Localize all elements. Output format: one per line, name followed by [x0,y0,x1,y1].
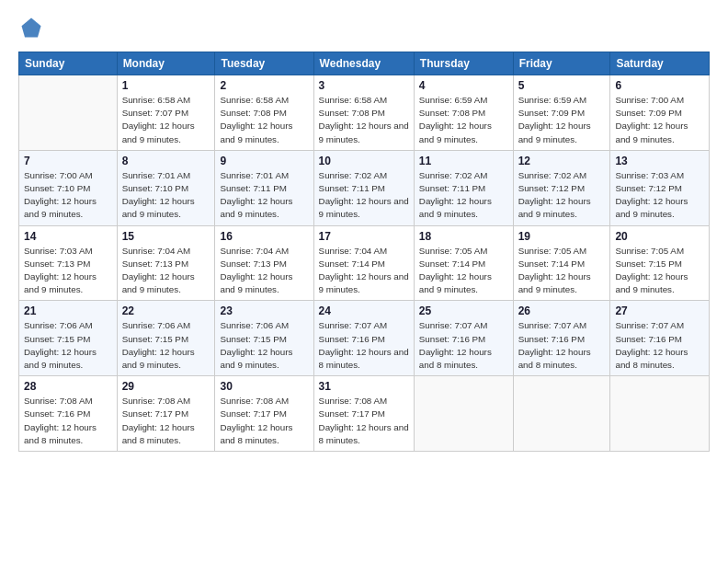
day-detail: Sunrise: 7:08 AMSunset: 7:17 PMDaylight:… [220,395,308,447]
logo-icon [18,15,44,40]
calendar-week-row: 21Sunrise: 7:06 AMSunset: 7:15 PMDayligh… [19,301,710,376]
calendar-week-row: 7Sunrise: 7:00 AMSunset: 7:10 PMDaylight… [19,150,710,225]
day-detail: Sunrise: 7:02 AMSunset: 7:11 PMDaylight:… [419,169,508,222]
calendar-cell: 3Sunrise: 6:58 AMSunset: 7:08 PMDaylight… [313,75,414,151]
day-detail: Sunrise: 6:59 AMSunset: 7:08 PMDaylight:… [419,94,508,146]
day-detail: Sunrise: 7:01 AMSunset: 7:10 PMDaylight:… [122,169,210,222]
day-number: 29 [122,380,210,393]
calendar-cell: 8Sunrise: 7:01 AMSunset: 7:10 PMDaylight… [117,150,215,225]
calendar-cell: 31Sunrise: 7:08 AMSunset: 7:17 PMDayligh… [313,376,414,452]
day-detail: Sunrise: 7:03 AMSunset: 7:13 PMDaylight:… [24,245,112,297]
calendar-cell: 29Sunrise: 7:08 AMSunset: 7:17 PMDayligh… [117,376,215,452]
day-detail: Sunrise: 7:07 AMSunset: 7:16 PMDaylight:… [615,319,704,372]
day-detail: Sunrise: 7:08 AMSunset: 7:17 PMDaylight:… [319,395,409,447]
logo [18,15,48,40]
day-of-week-header: Wednesday [313,52,414,75]
calendar-cell: 2Sunrise: 6:58 AMSunset: 7:08 PMDaylight… [215,75,313,151]
day-number: 27 [615,304,704,317]
day-detail: Sunrise: 7:06 AMSunset: 7:15 PMDaylight:… [220,319,308,372]
calendar-cell: 26Sunrise: 7:07 AMSunset: 7:16 PMDayligh… [513,301,610,376]
day-detail: Sunrise: 7:02 AMSunset: 7:11 PMDaylight:… [319,169,409,222]
day-detail: Sunrise: 6:58 AMSunset: 7:07 PMDaylight:… [122,94,210,146]
day-detail: Sunrise: 7:01 AMSunset: 7:11 PMDaylight:… [220,169,308,222]
day-detail: Sunrise: 7:02 AMSunset: 7:12 PMDaylight:… [518,169,606,222]
calendar-cell: 7Sunrise: 7:00 AMSunset: 7:10 PMDaylight… [19,150,118,225]
day-number: 18 [419,230,508,243]
day-detail: Sunrise: 6:59 AMSunset: 7:09 PMDaylight:… [518,94,606,146]
day-number: 21 [24,304,112,317]
day-detail: Sunrise: 7:08 AMSunset: 7:17 PMDaylight:… [122,395,210,447]
calendar-cell: 16Sunrise: 7:04 AMSunset: 7:13 PMDayligh… [215,225,313,301]
day-number: 19 [518,230,606,243]
day-detail: Sunrise: 7:00 AMSunset: 7:10 PMDaylight:… [24,169,112,222]
day-detail: Sunrise: 7:07 AMSunset: 7:16 PMDaylight:… [319,319,409,372]
day-detail: Sunrise: 7:06 AMSunset: 7:15 PMDaylight:… [122,319,210,372]
day-number: 16 [220,230,308,243]
header [18,15,710,40]
day-number: 15 [122,230,210,243]
calendar-cell: 13Sunrise: 7:03 AMSunset: 7:12 PMDayligh… [610,150,710,225]
day-detail: Sunrise: 6:58 AMSunset: 7:08 PMDaylight:… [220,94,308,146]
day-number: 23 [220,304,308,317]
day-number: 30 [220,380,308,393]
day-number: 4 [419,79,508,92]
calendar-cell: 20Sunrise: 7:05 AMSunset: 7:15 PMDayligh… [610,225,710,301]
calendar-week-row: 1Sunrise: 6:58 AMSunset: 7:07 PMDaylight… [19,75,710,151]
calendar-cell: 5Sunrise: 6:59 AMSunset: 7:09 PMDaylight… [513,75,610,151]
day-number: 14 [24,230,112,243]
calendar-cell: 10Sunrise: 7:02 AMSunset: 7:11 PMDayligh… [313,150,414,225]
day-number: 9 [220,155,308,167]
day-number: 28 [24,380,112,393]
day-number: 25 [419,304,508,317]
day-of-week-header: Thursday [414,52,513,75]
day-detail: Sunrise: 6:58 AMSunset: 7:08 PMDaylight:… [319,94,409,146]
calendar-cell: 28Sunrise: 7:08 AMSunset: 7:16 PMDayligh… [19,376,118,452]
calendar-cell: 21Sunrise: 7:06 AMSunset: 7:15 PMDayligh… [19,301,118,376]
calendar-cell: 11Sunrise: 7:02 AMSunset: 7:11 PMDayligh… [414,150,513,225]
calendar-cell [19,75,118,151]
day-of-week-header: Monday [117,52,215,75]
calendar-cell: 12Sunrise: 7:02 AMSunset: 7:12 PMDayligh… [513,150,610,225]
calendar-cell: 24Sunrise: 7:07 AMSunset: 7:16 PMDayligh… [313,301,414,376]
page: SundayMondayTuesdayWednesdayThursdayFrid… [0,0,728,563]
svg-marker-0 [22,18,41,38]
day-number: 17 [319,230,409,243]
calendar-cell: 30Sunrise: 7:08 AMSunset: 7:17 PMDayligh… [215,376,313,452]
calendar-cell: 14Sunrise: 7:03 AMSunset: 7:13 PMDayligh… [19,225,118,301]
day-detail: Sunrise: 7:04 AMSunset: 7:14 PMDaylight:… [319,245,409,297]
day-number: 2 [220,79,308,92]
day-detail: Sunrise: 7:07 AMSunset: 7:16 PMDaylight:… [518,319,606,372]
calendar-cell [610,376,710,452]
day-number: 31 [319,380,409,393]
calendar-cell [414,376,513,452]
calendar-cell: 25Sunrise: 7:07 AMSunset: 7:16 PMDayligh… [414,301,513,376]
day-detail: Sunrise: 7:00 AMSunset: 7:09 PMDaylight:… [615,94,704,146]
calendar-week-row: 28Sunrise: 7:08 AMSunset: 7:16 PMDayligh… [19,376,710,452]
day-of-week-header: Tuesday [215,52,313,75]
day-of-week-header: Sunday [19,52,118,75]
day-of-week-header: Saturday [610,52,710,75]
day-of-week-header: Friday [513,52,610,75]
day-number: 1 [122,79,210,92]
calendar-cell: 9Sunrise: 7:01 AMSunset: 7:11 PMDaylight… [215,150,313,225]
calendar-cell: 22Sunrise: 7:06 AMSunset: 7:15 PMDayligh… [117,301,215,376]
day-detail: Sunrise: 7:05 AMSunset: 7:14 PMDaylight:… [419,245,508,297]
day-number: 3 [319,79,409,92]
day-detail: Sunrise: 7:03 AMSunset: 7:12 PMDaylight:… [615,169,704,222]
day-number: 6 [615,79,704,92]
day-detail: Sunrise: 7:05 AMSunset: 7:14 PMDaylight:… [518,245,606,297]
calendar-cell: 4Sunrise: 6:59 AMSunset: 7:08 PMDaylight… [414,75,513,151]
day-number: 7 [24,155,112,167]
day-number: 8 [122,155,210,167]
day-number: 24 [319,304,409,317]
calendar-cell: 23Sunrise: 7:06 AMSunset: 7:15 PMDayligh… [215,301,313,376]
day-detail: Sunrise: 7:04 AMSunset: 7:13 PMDaylight:… [122,245,210,297]
day-number: 11 [419,155,508,167]
calendar-header-row: SundayMondayTuesdayWednesdayThursdayFrid… [19,52,710,75]
day-number: 26 [518,304,606,317]
calendar-cell: 27Sunrise: 7:07 AMSunset: 7:16 PMDayligh… [610,301,710,376]
day-number: 5 [518,79,606,92]
day-number: 22 [122,304,210,317]
day-detail: Sunrise: 7:04 AMSunset: 7:13 PMDaylight:… [220,245,308,297]
calendar-table: SundayMondayTuesdayWednesdayThursdayFrid… [18,52,710,452]
